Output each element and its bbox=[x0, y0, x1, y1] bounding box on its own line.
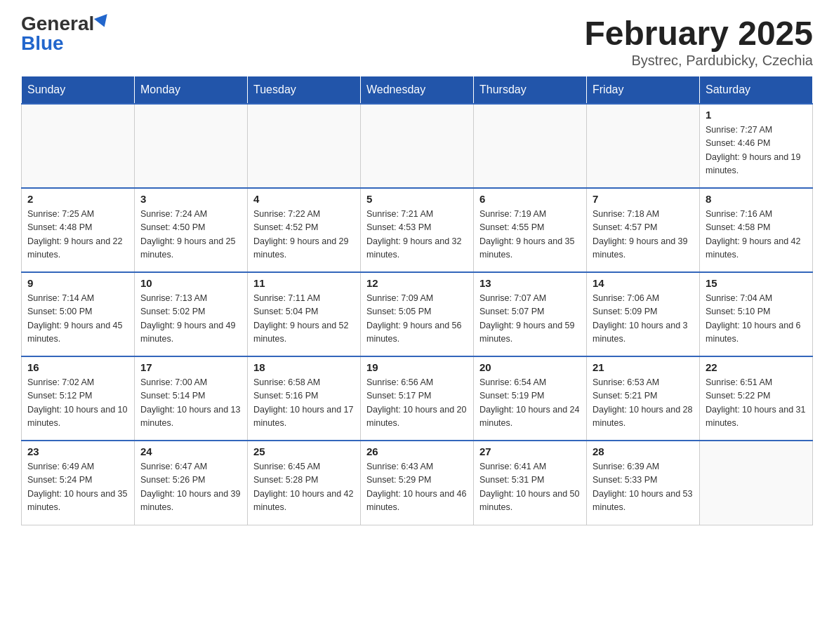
day-info: Sunrise: 7:19 AMSunset: 4:55 PMDaylight:… bbox=[479, 208, 581, 262]
table-row: 8Sunrise: 7:16 AMSunset: 4:58 PMDaylight… bbox=[700, 188, 813, 272]
day-number: 8 bbox=[706, 193, 807, 205]
calendar-week-row: 23Sunrise: 6:49 AMSunset: 5:24 PMDayligh… bbox=[22, 441, 813, 525]
day-number: 3 bbox=[140, 193, 241, 205]
table-row: 23Sunrise: 6:49 AMSunset: 5:24 PMDayligh… bbox=[22, 441, 135, 525]
day-info: Sunrise: 7:00 AMSunset: 5:14 PMDaylight:… bbox=[140, 376, 241, 431]
table-row: 20Sunrise: 6:54 AMSunset: 5:19 PMDayligh… bbox=[474, 356, 587, 441]
day-info: Sunrise: 7:16 AMSunset: 4:58 PMDaylight:… bbox=[706, 208, 807, 262]
header-monday: Monday bbox=[135, 76, 248, 105]
day-number: 25 bbox=[253, 445, 355, 457]
table-row: 1Sunrise: 7:27 AMSunset: 4:46 PMDaylight… bbox=[700, 104, 813, 188]
table-row: 22Sunrise: 6:51 AMSunset: 5:22 PMDayligh… bbox=[700, 356, 813, 441]
day-number: 12 bbox=[366, 277, 468, 289]
calendar-title: February 2025 bbox=[584, 14, 813, 53]
day-number: 2 bbox=[27, 193, 128, 205]
day-info: Sunrise: 7:06 AMSunset: 5:09 PMDaylight:… bbox=[593, 292, 694, 347]
table-row: 21Sunrise: 6:53 AMSunset: 5:21 PMDayligh… bbox=[587, 356, 700, 441]
day-info: Sunrise: 6:47 AMSunset: 5:26 PMDaylight:… bbox=[140, 460, 241, 515]
table-row: 2Sunrise: 7:25 AMSunset: 4:48 PMDaylight… bbox=[22, 188, 135, 272]
calendar-table: Sunday Monday Tuesday Wednesday Thursday… bbox=[21, 76, 813, 525]
day-info: Sunrise: 6:54 AMSunset: 5:19 PMDaylight:… bbox=[479, 376, 581, 431]
day-number: 26 bbox=[366, 445, 468, 457]
table-row: 6Sunrise: 7:19 AMSunset: 4:55 PMDaylight… bbox=[474, 188, 587, 272]
day-number: 5 bbox=[366, 193, 468, 205]
table-row: 10Sunrise: 7:13 AMSunset: 5:02 PMDayligh… bbox=[135, 272, 248, 356]
day-info: Sunrise: 7:21 AMSunset: 4:53 PMDaylight:… bbox=[366, 208, 468, 262]
day-info: Sunrise: 7:09 AMSunset: 5:05 PMDaylight:… bbox=[366, 292, 468, 347]
day-number: 21 bbox=[593, 361, 694, 373]
table-row bbox=[135, 104, 248, 188]
header-saturday: Saturday bbox=[700, 76, 813, 105]
calendar-week-row: 2Sunrise: 7:25 AMSunset: 4:48 PMDaylight… bbox=[22, 188, 813, 272]
logo-general: General bbox=[21, 13, 94, 34]
day-info: Sunrise: 7:14 AMSunset: 5:00 PMDaylight:… bbox=[27, 292, 128, 347]
calendar-week-row: 1Sunrise: 7:27 AMSunset: 4:46 PMDaylight… bbox=[22, 104, 813, 188]
table-row bbox=[587, 104, 700, 188]
day-info: Sunrise: 7:11 AMSunset: 5:04 PMDaylight:… bbox=[253, 292, 355, 347]
day-number: 4 bbox=[253, 193, 355, 205]
day-info: Sunrise: 7:25 AMSunset: 4:48 PMDaylight:… bbox=[27, 208, 128, 262]
table-row: 28Sunrise: 6:39 AMSunset: 5:33 PMDayligh… bbox=[587, 441, 700, 525]
day-number: 19 bbox=[366, 361, 468, 373]
header-wednesday: Wednesday bbox=[361, 76, 474, 105]
day-number: 16 bbox=[27, 361, 128, 373]
logo-triangle-icon bbox=[94, 14, 111, 29]
title-block: February 2025 Bystrec, Pardubicky, Czech… bbox=[584, 14, 813, 69]
table-row bbox=[22, 104, 135, 188]
day-info: Sunrise: 7:22 AMSunset: 4:52 PMDaylight:… bbox=[253, 208, 355, 262]
table-row: 13Sunrise: 7:07 AMSunset: 5:07 PMDayligh… bbox=[474, 272, 587, 356]
table-row: 24Sunrise: 6:47 AMSunset: 5:26 PMDayligh… bbox=[135, 441, 248, 525]
day-info: Sunrise: 7:07 AMSunset: 5:07 PMDaylight:… bbox=[479, 292, 581, 347]
table-row: 12Sunrise: 7:09 AMSunset: 5:05 PMDayligh… bbox=[361, 272, 474, 356]
day-info: Sunrise: 6:56 AMSunset: 5:17 PMDaylight:… bbox=[366, 376, 468, 431]
day-number: 18 bbox=[253, 361, 355, 373]
table-row: 4Sunrise: 7:22 AMSunset: 4:52 PMDaylight… bbox=[248, 188, 361, 272]
day-number: 7 bbox=[593, 193, 694, 205]
logo-blue: Blue bbox=[21, 32, 64, 54]
day-number: 24 bbox=[140, 445, 241, 457]
table-row bbox=[361, 104, 474, 188]
day-number: 17 bbox=[140, 361, 241, 373]
header-thursday: Thursday bbox=[474, 76, 587, 105]
day-info: Sunrise: 6:43 AMSunset: 5:29 PMDaylight:… bbox=[366, 460, 468, 515]
table-row: 17Sunrise: 7:00 AMSunset: 5:14 PMDayligh… bbox=[135, 356, 248, 441]
day-number: 9 bbox=[27, 277, 128, 289]
day-number: 11 bbox=[253, 277, 355, 289]
day-info: Sunrise: 6:53 AMSunset: 5:21 PMDaylight:… bbox=[593, 376, 694, 431]
header-tuesday: Tuesday bbox=[248, 76, 361, 105]
logo-text: General Blue bbox=[21, 14, 110, 53]
table-row: 7Sunrise: 7:18 AMSunset: 4:57 PMDaylight… bbox=[587, 188, 700, 272]
day-info: Sunrise: 6:41 AMSunset: 5:31 PMDaylight:… bbox=[479, 460, 581, 515]
table-row: 11Sunrise: 7:11 AMSunset: 5:04 PMDayligh… bbox=[248, 272, 361, 356]
day-number: 10 bbox=[140, 277, 241, 289]
table-row: 25Sunrise: 6:45 AMSunset: 5:28 PMDayligh… bbox=[248, 441, 361, 525]
day-number: 14 bbox=[593, 277, 694, 289]
day-info: Sunrise: 6:45 AMSunset: 5:28 PMDaylight:… bbox=[253, 460, 355, 515]
table-row: 19Sunrise: 6:56 AMSunset: 5:17 PMDayligh… bbox=[361, 356, 474, 441]
table-row: 5Sunrise: 7:21 AMSunset: 4:53 PMDaylight… bbox=[361, 188, 474, 272]
day-info: Sunrise: 7:02 AMSunset: 5:12 PMDaylight:… bbox=[27, 376, 128, 431]
day-info: Sunrise: 7:18 AMSunset: 4:57 PMDaylight:… bbox=[593, 208, 694, 262]
day-info: Sunrise: 6:51 AMSunset: 5:22 PMDaylight:… bbox=[706, 376, 807, 431]
calendar-subtitle: Bystrec, Pardubicky, Czechia bbox=[584, 53, 813, 69]
day-info: Sunrise: 7:04 AMSunset: 5:10 PMDaylight:… bbox=[706, 292, 807, 347]
table-row: 18Sunrise: 6:58 AMSunset: 5:16 PMDayligh… bbox=[248, 356, 361, 441]
day-info: Sunrise: 6:58 AMSunset: 5:16 PMDaylight:… bbox=[253, 376, 355, 431]
day-number: 20 bbox=[479, 361, 581, 373]
day-info: Sunrise: 7:24 AMSunset: 4:50 PMDaylight:… bbox=[140, 208, 241, 262]
table-row: 9Sunrise: 7:14 AMSunset: 5:00 PMDaylight… bbox=[22, 272, 135, 356]
table-row bbox=[700, 441, 813, 525]
page-header: General Blue February 2025 Bystrec, Pard… bbox=[21, 14, 813, 69]
day-number: 28 bbox=[593, 445, 694, 457]
calendar-week-row: 16Sunrise: 7:02 AMSunset: 5:12 PMDayligh… bbox=[22, 356, 813, 441]
day-info: Sunrise: 7:27 AMSunset: 4:46 PMDaylight:… bbox=[706, 123, 807, 178]
table-row: 3Sunrise: 7:24 AMSunset: 4:50 PMDaylight… bbox=[135, 188, 248, 272]
logo: General Blue bbox=[21, 14, 110, 53]
calendar-header-row: Sunday Monday Tuesday Wednesday Thursday… bbox=[22, 76, 813, 105]
day-info: Sunrise: 6:39 AMSunset: 5:33 PMDaylight:… bbox=[593, 460, 694, 515]
header-friday: Friday bbox=[587, 76, 700, 105]
table-row: 16Sunrise: 7:02 AMSunset: 5:12 PMDayligh… bbox=[22, 356, 135, 441]
day-number: 1 bbox=[706, 109, 807, 121]
day-number: 23 bbox=[27, 445, 128, 457]
table-row: 26Sunrise: 6:43 AMSunset: 5:29 PMDayligh… bbox=[361, 441, 474, 525]
